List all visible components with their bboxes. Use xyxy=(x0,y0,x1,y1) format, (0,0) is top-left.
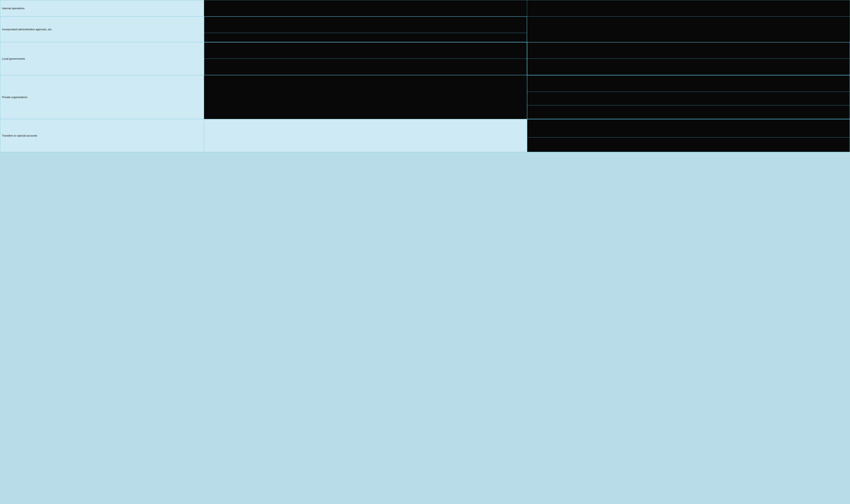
table-row: Local governments xyxy=(0,42,850,75)
sub-table-local-col2 xyxy=(204,42,527,75)
row-label-incorporated: Incorporated administrative agencies, et… xyxy=(0,17,204,42)
cell-incorporated-col2 xyxy=(204,17,527,42)
cell-local-col3 xyxy=(527,42,850,75)
cell-internal-col2 xyxy=(204,0,527,17)
cell-private-col3 xyxy=(527,75,850,119)
table-row: Private organizations xyxy=(0,75,850,119)
table-row: Transfers to special accounts xyxy=(0,119,850,152)
sub-table-local-col3 xyxy=(527,42,850,75)
sub-table-incorporated-col2 xyxy=(204,17,527,42)
main-table: Internal operations Incorporated adminis… xyxy=(0,0,850,152)
cell-private-col2 xyxy=(204,75,527,119)
cell-local-col2 xyxy=(204,42,527,75)
cell-transfers-col3 xyxy=(527,119,850,152)
sub-table-private-col3 xyxy=(527,75,850,119)
row-label-private-organizations: Private organizations xyxy=(0,75,204,119)
sub-table-transfers-col3 xyxy=(527,119,850,152)
table-row: Internal operations xyxy=(0,0,850,17)
row-label-local-governments: Local governments xyxy=(0,42,204,75)
row-label-transfers: Transfers to special accounts xyxy=(0,119,204,152)
row-label-internal-operations: Internal operations xyxy=(0,0,204,17)
cell-transfers-col2 xyxy=(204,119,527,152)
cell-incorporated-col3 xyxy=(527,17,850,42)
table-row: Incorporated administrative agencies, et… xyxy=(0,17,850,42)
cell-internal-col3 xyxy=(527,0,850,17)
